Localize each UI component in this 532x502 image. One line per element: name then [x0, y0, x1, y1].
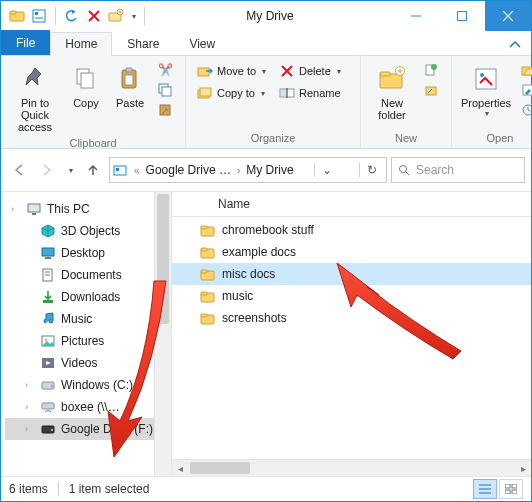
- move-to-button[interactable]: Move to▾: [192, 60, 272, 82]
- svg-rect-80: [512, 490, 517, 494]
- folder-icon: [9, 8, 25, 24]
- list-item[interactable]: misc docs: [172, 263, 531, 285]
- delete-icon: [279, 63, 295, 79]
- chevron-right-icon[interactable]: ›: [237, 165, 240, 176]
- thumbnails-view-button[interactable]: [499, 479, 523, 499]
- copy-button[interactable]: Copy: [65, 60, 107, 112]
- tree-node-gdrive[interactable]: ›Google Drive (F:): [5, 418, 171, 440]
- pin-to-quick-access-button[interactable]: Pin to Quick access: [7, 60, 63, 136]
- svg-point-37: [431, 64, 437, 70]
- refresh-button[interactable]: ↻: [359, 163, 384, 177]
- hscroll-left[interactable]: ◂: [172, 463, 188, 474]
- folder-icon: [200, 266, 216, 282]
- search-icon: [398, 164, 410, 176]
- recent-locations-button[interactable]: ▾: [63, 158, 77, 182]
- tab-share[interactable]: Share: [112, 32, 174, 56]
- list-item[interactable]: screenshots: [172, 307, 531, 329]
- status-divider: [58, 482, 59, 496]
- address-dropdown-button[interactable]: ⌄: [314, 163, 339, 177]
- expand-icon[interactable]: ›: [11, 204, 21, 214]
- tree-node-documents[interactable]: Documents: [5, 264, 171, 286]
- expand-icon[interactable]: ›: [25, 424, 35, 434]
- search-box[interactable]: Search: [391, 157, 525, 183]
- ribbon-collapse-button[interactable]: [499, 35, 531, 55]
- hscroll-right[interactable]: ▸: [515, 463, 531, 474]
- navigation-pane: ›This PC3D ObjectsDesktopDocumentsDownlo…: [1, 192, 172, 476]
- list-item[interactable]: music: [172, 285, 531, 307]
- tab-home[interactable]: Home: [50, 32, 112, 56]
- svg-rect-3: [35, 12, 38, 15]
- maximize-button[interactable]: [439, 1, 485, 31]
- paste-button[interactable]: Paste: [109, 60, 151, 112]
- group-organize-label: Organize: [251, 131, 296, 146]
- up-button[interactable]: [81, 158, 105, 182]
- copy-path-button[interactable]: [155, 80, 179, 100]
- svg-rect-23: [198, 68, 209, 76]
- open-button[interactable]: [518, 60, 532, 80]
- folder-icon: [200, 310, 216, 326]
- back-button[interactable]: [7, 158, 31, 182]
- list-item[interactable]: chromebook stuff: [172, 219, 531, 241]
- paste-shortcut-button[interactable]: [155, 100, 179, 120]
- copy-to-button[interactable]: Copy to▾: [192, 82, 272, 104]
- tree-node-pc[interactable]: ›This PC: [5, 198, 171, 220]
- expand-icon[interactable]: ›: [25, 402, 35, 412]
- address-bar[interactable]: « Google Drive … › My Drive ⌄ ↻: [109, 157, 387, 183]
- breadcrumb-current[interactable]: My Drive: [246, 163, 293, 177]
- item-name: chromebook stuff: [222, 223, 314, 237]
- tree-node-pictures[interactable]: Pictures: [5, 330, 171, 352]
- properties-button[interactable]: Properties ▾: [458, 60, 514, 121]
- tree-node-desktop[interactable]: Desktop: [5, 242, 171, 264]
- list-item[interactable]: example docs: [172, 241, 531, 263]
- tree-node-downloads[interactable]: Downloads: [5, 286, 171, 308]
- qat-dropdown-icon[interactable]: ▾: [132, 12, 136, 21]
- folder-tree: ›This PC3D ObjectsDesktopDocumentsDownlo…: [1, 192, 171, 446]
- svg-rect-18: [126, 68, 132, 72]
- svg-rect-49: [32, 213, 36, 215]
- tab-file[interactable]: File: [1, 30, 50, 55]
- close-button[interactable]: [485, 1, 531, 31]
- column-header-name[interactable]: Name: [172, 192, 531, 217]
- chevron-left-icon[interactable]: «: [134, 165, 140, 176]
- forward-button[interactable]: [35, 158, 59, 182]
- navpane-scrollbar-thumb[interactable]: [157, 194, 169, 324]
- easy-access-button[interactable]: [421, 80, 445, 100]
- tree-node-music[interactable]: Music: [5, 308, 171, 330]
- group-new-label: New: [395, 131, 417, 146]
- svg-rect-44: [114, 166, 126, 175]
- history-button[interactable]: [518, 100, 532, 120]
- title-bar: ▾ My Drive: [1, 1, 531, 31]
- delete-qat-icon[interactable]: [86, 8, 102, 24]
- edit-button[interactable]: [518, 80, 532, 100]
- tree-node-videos[interactable]: Videos: [5, 352, 171, 374]
- tree-node-label: 3D Objects: [61, 224, 120, 238]
- properties-qat-icon[interactable]: [31, 8, 47, 24]
- navpane-scrollbar[interactable]: [154, 192, 171, 476]
- rename-button[interactable]: Rename: [274, 82, 354, 104]
- tab-view[interactable]: View: [174, 32, 230, 56]
- tree-node-drive[interactable]: ›Windows (C:): [5, 374, 171, 396]
- undo-qat-icon[interactable]: [64, 8, 80, 24]
- new-folder-button[interactable]: New folder: [367, 60, 417, 124]
- details-view-button[interactable]: [473, 479, 497, 499]
- delete-button[interactable]: Delete▾: [274, 60, 354, 82]
- new-item-button[interactable]: [421, 60, 445, 80]
- svg-rect-2: [33, 10, 45, 22]
- new-folder-qat-icon[interactable]: [108, 8, 124, 24]
- content-hscrollbar[interactable]: ◂ ▸: [172, 459, 531, 476]
- expand-icon[interactable]: ›: [25, 380, 35, 390]
- tree-node-3d[interactable]: 3D Objects: [5, 220, 171, 242]
- new-item-icon: [424, 63, 438, 77]
- minimize-button[interactable]: [393, 1, 439, 31]
- tree-node-netdrive[interactable]: ›boxee (\\…: [5, 396, 171, 418]
- music-icon: [40, 311, 56, 327]
- search-placeholder: Search: [416, 163, 454, 177]
- group-new: New folder New: [361, 56, 452, 148]
- cut-button[interactable]: ✂️: [155, 60, 179, 80]
- file-list[interactable]: chromebook stuffexample docsmisc docsmus…: [172, 217, 531, 459]
- hscroll-thumb[interactable]: [190, 462, 250, 474]
- item-name: example docs: [222, 245, 296, 259]
- tree-node-label: boxee (\\…: [61, 400, 120, 414]
- breadcrumb-parent[interactable]: Google Drive …: [146, 163, 231, 177]
- svg-point-63: [51, 429, 53, 431]
